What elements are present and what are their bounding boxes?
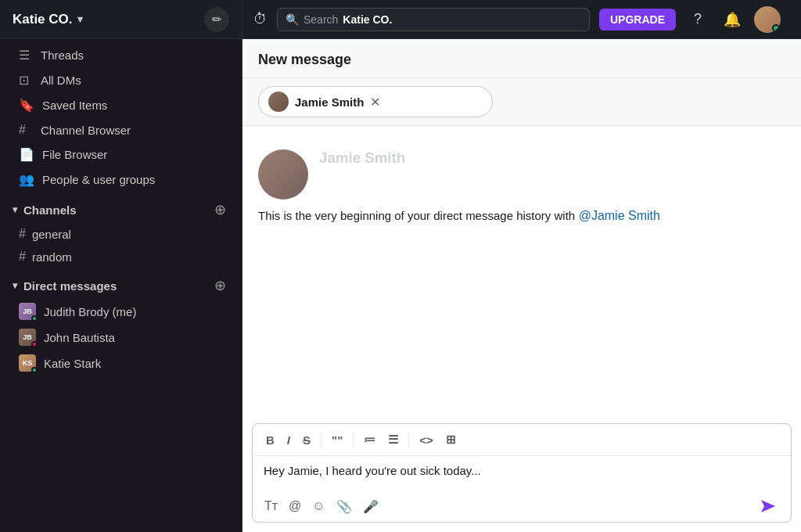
ordered-list-button[interactable]: ≔	[360, 430, 379, 449]
dm-initials: JB	[23, 307, 32, 315]
channels-section-header[interactable]: ▾ Channels ⊕	[0, 192, 242, 222]
recipient-avatar	[268, 92, 289, 112]
workspace-header: Katie CO. ▾ ✏	[0, 0, 242, 38]
page-title: New message	[258, 52, 785, 68]
channel-item-general[interactable]: # general	[6, 223, 235, 245]
user-avatar[interactable]	[754, 6, 781, 33]
bullet-list-button[interactable]: ☰	[384, 430, 402, 449]
sidebar-item-all-dms[interactable]: ⊡ All DMs	[6, 68, 235, 92]
sender-info: Jamie Smith	[319, 149, 405, 167]
message-area: Jamie Smith This is the very beginning o…	[242, 126, 801, 423]
channel-browser-icon: #	[19, 123, 33, 137]
italic-button[interactable]: I	[283, 431, 294, 449]
bold-button[interactable]: B	[262, 431, 278, 449]
search-bar[interactable]: 🔍 Search Katie CO.	[277, 8, 590, 31]
channel-item-random[interactable]: # random	[6, 246, 235, 268]
saved-items-icon: 🔖	[19, 98, 34, 113]
send-icon	[760, 498, 777, 514]
sidebar-item-people[interactable]: 👥 People & user groups	[6, 167, 235, 192]
dm-avatar-katie: KS	[19, 354, 36, 372]
message-input-container: B I S "" ≔ ☰ <> ⊞ Hey Jami	[252, 423, 792, 523]
history-text-block: This is the very beginning of your direc…	[258, 209, 785, 223]
history-icon: ⏱	[253, 11, 268, 27]
sidebar-item-channel-browser[interactable]: # Channel Browser	[6, 118, 235, 142]
dm-header-label: Direct messages	[23, 279, 117, 293]
workspace-chevron-icon: ▾	[77, 13, 83, 25]
input-text: Hey Jamie, I heard you're out sick today…	[264, 464, 481, 477]
dm-initials: KS	[23, 359, 33, 367]
all-dms-icon: ⊡	[19, 73, 33, 88]
dm-name: Judith Brody (me)	[44, 305, 136, 318]
sidebar-item-label: Threads	[41, 49, 84, 62]
history-button[interactable]: ⏱	[253, 11, 268, 27]
dm-avatar-john: JB	[19, 329, 36, 346]
upgrade-button[interactable]: UPGRADE	[599, 9, 676, 31]
dm-avatar-judith: JB	[19, 303, 36, 320]
add-channel-button[interactable]: ⊕	[210, 200, 229, 219]
mention-button[interactable]: @	[285, 496, 305, 516]
main-header: ⏱ 🔍 Search Katie CO. UPGRADE ? 🔔	[242, 6, 801, 33]
sidebar-item-saved-items[interactable]: 🔖 Saved Items	[6, 93, 235, 117]
presence-dot	[31, 341, 38, 347]
audio-button[interactable]: 🎤	[359, 496, 383, 517]
inline-code-button[interactable]: <>	[415, 431, 437, 449]
attach-button[interactable]: 📎	[332, 496, 356, 517]
recipient-chip: Jamie Smith ✕	[258, 86, 493, 117]
sidebar: ☰ Threads ⊡ All DMs 🔖 Saved Items # Chan…	[0, 39, 242, 532]
help-button[interactable]: ?	[685, 7, 710, 32]
sidebar-item-label: Saved Items	[42, 99, 107, 112]
notifications-button[interactable]: 🔔	[720, 7, 745, 32]
dm-item-katie[interactable]: KS Katie Stark	[6, 350, 235, 376]
strikethrough-button[interactable]: S	[299, 431, 314, 449]
remove-recipient-button[interactable]: ✕	[370, 95, 380, 110]
sender-avatar	[258, 149, 308, 200]
dm-initials: JB	[23, 333, 32, 341]
sidebar-item-file-browser[interactable]: 📄 File Browser	[6, 142, 235, 167]
sidebar-item-threads[interactable]: ☰ Threads	[6, 43, 235, 67]
people-icon: 👥	[19, 172, 34, 187]
file-browser-icon: 📄	[19, 147, 34, 162]
dm-chevron-icon: ▾	[13, 280, 17, 291]
sidebar-item-label: Channel Browser	[41, 124, 131, 137]
dm-item-john[interactable]: JB John Bautista	[6, 325, 235, 350]
dm-name: John Bautista	[44, 331, 115, 344]
content-area: New message Jamie Smith ✕ Jamie Smith Th…	[242, 39, 801, 532]
sidebar-item-label: People & user groups	[42, 173, 155, 186]
search-icon: 🔍	[286, 13, 299, 26]
channels-header-label: Channels	[23, 203, 77, 217]
presence-dot	[31, 315, 38, 322]
dm-section-header[interactable]: ▾ Direct messages ⊕	[0, 268, 242, 298]
code-block-button[interactable]: ⊞	[442, 430, 460, 449]
recipient-name: Jamie Smith	[295, 95, 364, 109]
bottom-tools: Tт @ ☺ 📎 🎤	[260, 496, 383, 517]
emoji-button[interactable]: ☺	[308, 496, 329, 516]
status-dot	[772, 24, 780, 32]
workspace-name[interactable]: Katie CO. ▾	[13, 12, 83, 27]
search-workspace: Katie CO.	[343, 13, 392, 26]
channel-name: general	[32, 228, 71, 241]
dm-item-judith[interactable]: JB Judith Brody (me)	[6, 299, 235, 324]
search-label: Search	[304, 13, 338, 26]
toolbar-divider-3	[408, 433, 409, 447]
quote-button[interactable]: ""	[328, 431, 347, 449]
sender-name: Jamie Smith	[319, 149, 405, 167]
toolbar-divider-2	[353, 433, 354, 447]
input-bottom-bar: Tт @ ☺ 📎 🎤	[253, 491, 791, 522]
sidebar-item-label: File Browser	[42, 148, 107, 161]
send-button[interactable]	[753, 495, 783, 517]
message-input[interactable]: Hey Jamie, I heard you're out sick today…	[253, 456, 791, 491]
workspace-name-text: Katie CO.	[13, 12, 73, 27]
presence-dot	[31, 367, 38, 373]
content-header: New message	[242, 39, 801, 78]
threads-icon: ☰	[19, 48, 33, 63]
text-format-button[interactable]: Tт	[260, 496, 282, 516]
sidebar-item-label: All DMs	[41, 74, 81, 87]
hash-icon: #	[19, 227, 26, 241]
mention-link[interactable]: @Jamie Smith	[579, 209, 660, 222]
channels-chevron-icon: ▾	[13, 204, 17, 215]
toolbar-divider	[321, 433, 321, 447]
channel-name: random	[32, 250, 72, 264]
svg-marker-0	[761, 500, 775, 512]
add-dm-button[interactable]: ⊕	[210, 276, 229, 295]
edit-button[interactable]: ✏	[204, 7, 229, 32]
